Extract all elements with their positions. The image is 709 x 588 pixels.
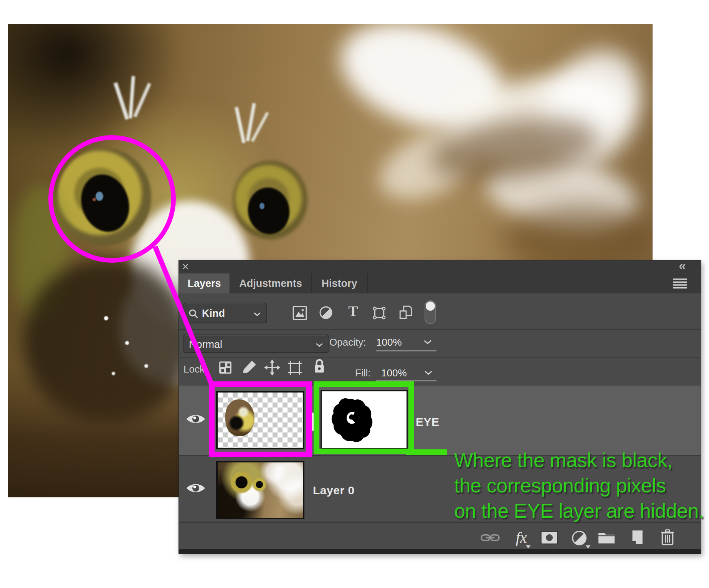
- tab-layers-label: Layers: [187, 278, 221, 290]
- green-connector-line: [406, 449, 447, 455]
- panel-close-button[interactable]: ×: [179, 261, 192, 273]
- photo-speck: [104, 316, 108, 320]
- visibility-eye-icon[interactable]: [186, 481, 206, 495]
- new-group-icon[interactable]: [597, 532, 616, 545]
- chevron-down-icon: [253, 312, 261, 316]
- new-layer-icon[interactable]: [629, 529, 644, 545]
- search-icon: [188, 308, 199, 319]
- filter-adjustment-layers-icon[interactable]: [319, 306, 333, 320]
- caption-line-1: Where the mask is black,: [454, 449, 673, 472]
- divider: [179, 357, 701, 358]
- filter-toggle-icon[interactable]: [425, 300, 436, 324]
- filter-shape-layers-icon[interactable]: [372, 306, 387, 320]
- filter-smart-objects-icon[interactable]: [398, 305, 413, 320]
- caption-line-2: the corresponding pixels: [454, 474, 666, 497]
- lock-label: Lock:: [183, 363, 207, 375]
- link-layers-icon[interactable]: [481, 532, 500, 544]
- photo-left-glint2: [93, 198, 96, 201]
- photo-speck: [112, 372, 115, 375]
- blend-mode-dropdown[interactable]: Normal: [183, 335, 329, 353]
- lock-artboard-icon[interactable]: [287, 360, 302, 376]
- chevron-down-icon: [316, 343, 323, 347]
- chevron-down-icon[interactable]: [423, 340, 432, 345]
- eye-layer-thumbnail[interactable]: [216, 391, 304, 449]
- layer-effects-icon[interactable]: fx: [513, 528, 530, 547]
- photo-left-glint: [96, 192, 103, 201]
- layer0-thumbnail[interactable]: [216, 461, 304, 519]
- tab-history-label: History: [321, 278, 357, 290]
- visibility-eye-icon[interactable]: [186, 412, 206, 426]
- lock-transparency-icon[interactable]: [218, 360, 233, 375]
- photo-speck: [125, 341, 129, 345]
- mask-black-blob: [330, 396, 376, 445]
- fx-more-triangle: [526, 545, 531, 548]
- chevron-down-icon[interactable]: [424, 370, 433, 375]
- panel-bottom-edge: [179, 549, 701, 554]
- eye-layer-mask-thumbnail[interactable]: [321, 390, 408, 449]
- fill-slider-underline[interactable]: [376, 380, 436, 381]
- lock-move-icon[interactable]: [264, 359, 280, 376]
- tab-layers[interactable]: Layers: [179, 273, 230, 293]
- tutorial-screenshot: × « Layers Adjustments History Kind T: [0, 0, 709, 588]
- filter-type-layers-icon[interactable]: T: [347, 303, 360, 319]
- layer-name-eye[interactable]: EYE: [416, 416, 440, 429]
- caption-line-3: on the EYE layer are hidden.: [454, 499, 704, 522]
- mask-link-icon[interactable]: [307, 412, 314, 431]
- opacity-slider-underline[interactable]: [376, 350, 436, 351]
- filter-kind-dropdown[interactable]: Kind: [183, 303, 267, 323]
- layer-name-layer0[interactable]: Layer 0: [313, 484, 355, 497]
- fill-label: Fill:: [355, 367, 370, 379]
- fill-value[interactable]: 100%: [381, 367, 407, 379]
- add-layer-mask-icon[interactable]: [540, 531, 558, 545]
- new-adjustment-layer-icon[interactable]: [571, 530, 587, 546]
- tab-adjustments-label: Adjustments: [239, 278, 302, 290]
- opacity-label: Opacity:: [329, 336, 366, 348]
- photo-right-glint: [259, 203, 264, 209]
- adjustment-more-triangle: [586, 545, 590, 548]
- filter-pixel-layers-icon[interactable]: [293, 306, 307, 320]
- filter-kind-value: Kind: [202, 308, 225, 320]
- lock-paint-icon[interactable]: [241, 359, 257, 376]
- eye-layer-pixels: [225, 399, 255, 436]
- photo-speck: [144, 364, 148, 368]
- collapse-panel-icon[interactable]: «: [673, 258, 691, 271]
- lock-all-icon[interactable]: [313, 358, 326, 375]
- divider: [179, 329, 701, 330]
- blend-mode-value: Normal: [189, 339, 222, 351]
- opacity-value[interactable]: 100%: [376, 336, 402, 348]
- tab-adjustments[interactable]: Adjustments: [230, 273, 312, 293]
- tab-history[interactable]: History: [312, 273, 368, 293]
- panel-menu-icon[interactable]: [673, 278, 688, 289]
- delete-layer-icon[interactable]: [660, 528, 675, 546]
